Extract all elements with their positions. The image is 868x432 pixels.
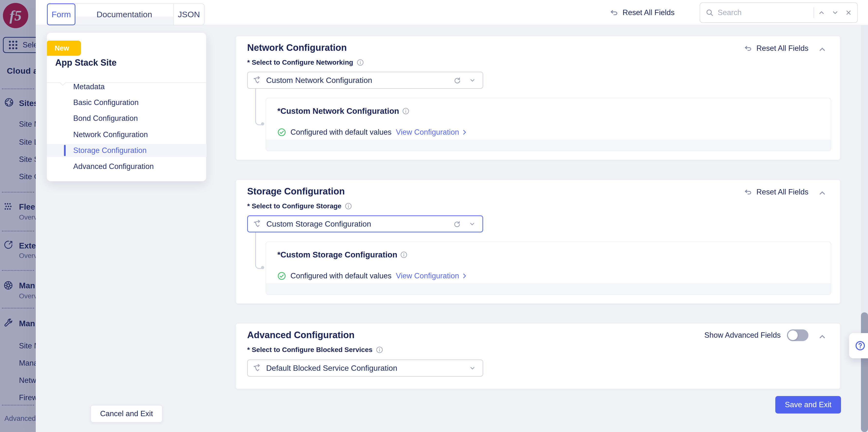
- view-tabs: Form Documentation JSON: [47, 3, 205, 25]
- view-configuration-link[interactable]: View Configuration: [396, 128, 468, 137]
- connector-dot: [261, 266, 264, 269]
- app-stack-site-page: f5 Sele Cloud a Sites Site M Site L Site…: [0, 0, 868, 432]
- cancel-and-exit-button[interactable]: Cancel and Exit: [91, 405, 162, 423]
- branch-icon: [252, 76, 262, 85]
- dropdown-value: Custom Network Configuration: [266, 76, 372, 85]
- view-configuration-link[interactable]: View Configuration: [396, 271, 468, 280]
- section-title: Advanced Configuration: [247, 330, 354, 340]
- info-icon[interactable]: [356, 59, 364, 66]
- nested-title-row: *Custom Storage Configuration: [277, 250, 407, 259]
- field-label-storage: * Select to Configure Storage: [247, 202, 352, 210]
- refresh-icon[interactable]: [453, 220, 461, 228]
- status-row: Configured with default values View Conf…: [277, 271, 468, 280]
- nav-item-advanced-configuration[interactable]: Advanced Configuration: [73, 160, 154, 173]
- nav-item-metadata[interactable]: Metadata: [73, 80, 104, 94]
- check-circle-icon: [277, 128, 286, 137]
- info-icon[interactable]: [400, 251, 407, 258]
- chevron-down-icon[interactable]: [469, 76, 476, 84]
- reset-icon: [610, 8, 619, 17]
- panel-divider: [47, 82, 206, 83]
- new-badge: New: [47, 41, 81, 56]
- scrollbar-thumb[interactable]: [861, 312, 868, 432]
- panel-divider-notch: [60, 79, 66, 86]
- help-button[interactable]: [849, 333, 868, 358]
- slideover-panel: Form Documentation JSON Reset All Fields: [36, 0, 868, 432]
- reset-all-fields-top[interactable]: Reset All Fields: [610, 0, 675, 25]
- custom-network-configuration-card: *Custom Network Configuration Configured…: [266, 98, 831, 151]
- reset-icon: [744, 44, 752, 53]
- status-row: Configured with default values View Conf…: [277, 128, 468, 137]
- dropdown-value: Custom Storage Configuration: [267, 220, 371, 229]
- info-icon[interactable]: [345, 202, 352, 210]
- active-nav-indicator: [64, 145, 66, 156]
- section-network-configuration: Network Configuration Reset All Fields *…: [236, 36, 840, 160]
- nav-item-storage-configuration[interactable]: Storage Configuration: [73, 144, 147, 157]
- chevron-down-icon[interactable]: [469, 364, 476, 372]
- search-input[interactable]: [718, 8, 810, 17]
- custom-storage-configuration-card: *Custom Storage Configuration Configured…: [266, 241, 831, 295]
- blocked-services-dropdown[interactable]: Default Blocked Service Configuration: [247, 360, 483, 376]
- advanced-fields-control: Show Advanced Fields: [704, 329, 808, 341]
- form-nav-panel: New App Stack Site Metadata Basic Config…: [47, 33, 206, 181]
- show-advanced-fields-toggle[interactable]: [787, 329, 808, 341]
- connector-line: [255, 89, 262, 125]
- tab-form[interactable]: Form: [47, 3, 75, 25]
- reset-label: Reset All Fields: [756, 188, 808, 196]
- search-divider: [813, 7, 814, 18]
- section-storage-configuration: Storage Configuration Reset All Fields *…: [236, 179, 840, 304]
- search-next-icon[interactable]: [832, 9, 839, 16]
- section-title: Storage Configuration: [247, 186, 345, 197]
- reset-icon: [744, 188, 752, 196]
- info-icon[interactable]: [402, 107, 409, 115]
- status-text: Configured with default values: [290, 128, 392, 137]
- storage-dropdown[interactable]: Custom Storage Configuration: [247, 215, 483, 232]
- topbar: Form Documentation JSON Reset All Fields: [36, 0, 868, 25]
- nested-title-row: *Custom Network Configuration: [277, 106, 409, 116]
- scrollbar-track[interactable]: [861, 25, 868, 432]
- section-advanced-configuration: Advanced Configuration Show Advanced Fie…: [236, 323, 840, 389]
- search-box: [700, 2, 858, 23]
- tab-documentation[interactable]: Documentation: [75, 4, 173, 25]
- save-and-exit-button[interactable]: Save and Exit: [775, 396, 841, 413]
- collapse-chevron-icon[interactable]: [818, 332, 827, 341]
- search-icon: [706, 8, 714, 17]
- refresh-icon[interactable]: [453, 76, 461, 85]
- section-reset-all-fields[interactable]: Reset All Fields: [744, 44, 808, 53]
- reset-all-fields-label: Reset All Fields: [623, 8, 675, 17]
- tab-json[interactable]: JSON: [173, 4, 204, 25]
- section-reset-all-fields[interactable]: Reset All Fields: [744, 188, 808, 196]
- field-label-blocked-services: * Select to Configure Blocked Services: [247, 346, 383, 354]
- show-advanced-fields-label: Show Advanced Fields: [704, 331, 781, 340]
- branch-icon: [253, 219, 262, 229]
- nav-item-bond-configuration[interactable]: Bond Configuration: [73, 111, 138, 125]
- chevron-down-icon[interactable]: [468, 220, 476, 228]
- reset-label: Reset All Fields: [756, 44, 808, 53]
- form-title: App Stack Site: [55, 58, 117, 68]
- nav-item-basic-configuration[interactable]: Basic Configuration: [73, 96, 139, 109]
- field-label-networking: * Select to Configure Networking: [247, 59, 364, 66]
- chevron-right-icon: [461, 129, 468, 136]
- help-question-icon: [855, 340, 866, 351]
- branch-icon: [252, 363, 262, 373]
- sidebar: f5 Sele Cloud a Sites Site M Site L Site…: [0, 0, 36, 432]
- connector-dot: [261, 122, 264, 126]
- connector-line: [255, 232, 262, 269]
- search-close-icon[interactable]: [845, 9, 852, 16]
- networking-dropdown[interactable]: Custom Network Configuration: [247, 72, 483, 89]
- toggle-knob: [788, 330, 798, 340]
- section-title: Network Configuration: [247, 42, 347, 53]
- search-prev-icon[interactable]: [818, 9, 825, 16]
- modal-dim-overlay[interactable]: [0, 0, 36, 432]
- nav-item-network-configuration[interactable]: Network Configuration: [73, 128, 148, 141]
- info-icon[interactable]: [376, 346, 383, 354]
- dropdown-value: Default Blocked Service Configuration: [266, 364, 397, 373]
- collapse-chevron-icon[interactable]: [818, 189, 827, 197]
- collapse-chevron-icon[interactable]: [818, 45, 827, 54]
- check-circle-icon: [277, 271, 286, 280]
- status-text: Configured with default values: [290, 271, 392, 280]
- chevron-right-icon: [461, 272, 468, 279]
